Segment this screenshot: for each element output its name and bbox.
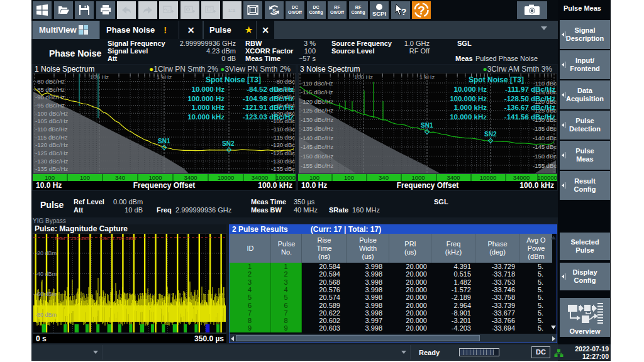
svg-text:Spot Noise [T3]: Spot Noise [T3] bbox=[469, 75, 524, 84]
svg-text:100.0 kHz: 100.0 kHz bbox=[519, 181, 554, 190]
svg-text:-136.67 dBc/Hz: -136.67 dBc/Hz bbox=[504, 104, 555, 111]
svg-text:-80 dBc: -80 dBc bbox=[274, 78, 295, 85]
svg-text:-140 dBc/Hz: -140 dBc/Hz bbox=[301, 134, 334, 141]
svg-text:10000: 10000 bbox=[218, 174, 234, 181]
svg-text:100: 100 bbox=[80, 174, 90, 181]
svg-text:Frequency Offset: Frequency Offset bbox=[133, 181, 196, 190]
svg-text:-104.98 dBc/Hz: -104.98 dBc/Hz bbox=[243, 95, 294, 102]
svg-text:340: 340 bbox=[115, 174, 125, 181]
svg-text:0 s: 0 s bbox=[36, 334, 47, 343]
svg-text:3400: 3400 bbox=[184, 174, 197, 181]
svg-text:100.0 kHz: 100.0 kHz bbox=[258, 181, 292, 190]
svg-text:1000: 1000 bbox=[411, 174, 425, 181]
svg-text:3400: 3400 bbox=[447, 174, 460, 181]
svg-text:100: 100 bbox=[45, 174, 55, 181]
svg-text:-145 dBc/Hz: -145 dBc/Hz bbox=[301, 143, 334, 150]
svg-text:-150 dBc: -150 dBc bbox=[533, 153, 557, 160]
svg-text:100 Hz: 100 Hz bbox=[354, 74, 373, 80]
svg-text:-125 dBc/Hz: -125 dBc/Hz bbox=[35, 150, 69, 156]
svg-text:S: S bbox=[272, 8, 275, 14]
svg-text:100000: 100000 bbox=[275, 174, 296, 181]
svg-text:-121.91 dBc/Hz: -121.91 dBc/Hz bbox=[243, 104, 294, 111]
svg-text:10.000 Hz: 10.000 Hz bbox=[454, 85, 487, 93]
svg-text:-141.56 dBc/Hz: -141.56 dBc/Hz bbox=[504, 113, 555, 121]
svg-text:1.000 kHz: 1.000 kHz bbox=[192, 104, 225, 111]
svg-text:1 kHz: 1 kHz bbox=[157, 74, 172, 80]
svg-text:-123.03 dBc/Hz: -123.03 dBc/Hz bbox=[243, 113, 294, 121]
svg-text:-60 dBm: -60 dBm bbox=[35, 291, 57, 297]
svg-text:-115 dBc/Hz: -115 dBc/Hz bbox=[35, 134, 68, 141]
svg-text:-150 dBc/Hz: -150 dBc/Hz bbox=[301, 153, 334, 160]
svg-text:-111.97 dBc/Hz: -111.97 dBc/Hz bbox=[505, 85, 555, 93]
svg-text:Det -4.760 dBm: Det -4.760 dBm bbox=[101, 236, 136, 241]
svg-text:-95 dBc/Hz: -95 dBc/Hz bbox=[35, 102, 65, 109]
svg-text:-155 dBc/Hz: -155 dBc/Hz bbox=[301, 162, 334, 169]
svg-text:-140 dBc: -140 dBc bbox=[533, 134, 557, 141]
svg-text:10.0 Hz: 10.0 Hz bbox=[36, 181, 62, 190]
svg-text:-135 dBc: -135 dBc bbox=[271, 165, 295, 172]
svg-text:-120 dBc: -120 dBc bbox=[271, 141, 295, 148]
svg-text:100 Hz: 100 Hz bbox=[90, 74, 109, 80]
svg-text:100000: 100000 bbox=[537, 174, 557, 181]
svg-text:-110 dBc/Hz: -110 dBc/Hz bbox=[301, 80, 333, 87]
svg-text:10000: 10000 bbox=[480, 174, 496, 181]
svg-text:-155 dBc: -155 dBc bbox=[533, 162, 557, 169]
svg-text:-135 dBc: -135 dBc bbox=[533, 125, 557, 132]
svg-text:1000: 1000 bbox=[148, 174, 162, 181]
svg-text:10.000 kHz: 10.000 kHz bbox=[187, 113, 225, 121]
svg-text:100.000 Hz: 100.000 Hz bbox=[450, 95, 487, 102]
svg-text:-110 dBc/Hz: -110 dBc/Hz bbox=[35, 126, 68, 133]
svg-text:-120 dBc/Hz: -120 dBc/Hz bbox=[301, 98, 334, 105]
svg-text:-115 dBc/Hz: -115 dBc/Hz bbox=[301, 89, 333, 96]
svg-text:Spot Noise [T3]: Spot Noise [T3] bbox=[206, 75, 261, 84]
svg-text:-130 dBc/Hz: -130 dBc/Hz bbox=[35, 158, 69, 165]
svg-text:34000: 34000 bbox=[252, 174, 268, 181]
svg-text:-40 dBm: -40 dBm bbox=[35, 271, 57, 277]
svg-text:340: 340 bbox=[379, 174, 389, 181]
svg-text:100: 100 bbox=[309, 174, 319, 181]
svg-text:?: ? bbox=[401, 7, 406, 17]
svg-text:SN2: SN2 bbox=[222, 140, 235, 147]
svg-text:-135 dBc/Hz: -135 dBc/Hz bbox=[35, 165, 69, 172]
svg-text:100: 100 bbox=[344, 174, 354, 181]
svg-text:100.000 Hz: 100.000 Hz bbox=[187, 95, 225, 102]
svg-text:TRef 1.230 dBm: TRef 1.230 dBm bbox=[54, 236, 91, 241]
svg-text:-120 dBc/Hz: -120 dBc/Hz bbox=[35, 141, 69, 148]
svg-text:-130 dBc: -130 dBc bbox=[271, 158, 295, 165]
svg-text:1.000 kHz: 1.000 kHz bbox=[454, 104, 487, 111]
svg-text:-84.52 dBc/Hz: -84.52 dBc/Hz bbox=[247, 85, 294, 93]
svg-text:-130 dBc/Hz: -130 dBc/Hz bbox=[301, 116, 334, 123]
svg-text:10.0 Hz: 10.0 Hz bbox=[301, 181, 327, 190]
svg-text:SN1: SN1 bbox=[421, 122, 433, 129]
svg-text:350.0 µs: 350.0 µs bbox=[194, 334, 224, 343]
svg-text:-80 dBm: -80 dBm bbox=[35, 312, 57, 318]
svg-text:SN2: SN2 bbox=[484, 131, 497, 138]
svg-text:-20 dBm: -20 dBm bbox=[35, 250, 57, 256]
svg-text:?: ? bbox=[418, 4, 425, 17]
svg-text:-105 dBc/Hz: -105 dBc/Hz bbox=[35, 118, 69, 124]
svg-text:-128.50 dBc/Hz: -128.50 dBc/Hz bbox=[504, 95, 555, 102]
svg-text:10.000 kHz: 10.000 kHz bbox=[450, 113, 487, 121]
svg-text:-85 dBc/Hz: -85 dBc/Hz bbox=[35, 86, 65, 93]
svg-text:1 kHz: 1 kHz bbox=[419, 74, 435, 80]
svg-text:34000: 34000 bbox=[513, 174, 530, 181]
svg-text:-110 dBc: -110 dBc bbox=[272, 126, 296, 133]
svg-text:Frequency Offset: Frequency Offset bbox=[397, 181, 459, 190]
svg-text:SCPI: SCPI bbox=[372, 10, 386, 17]
svg-text:-135 dBc/Hz: -135 dBc/Hz bbox=[301, 125, 334, 132]
svg-text:-100 dBc/Hz: -100 dBc/Hz bbox=[35, 110, 69, 117]
svg-text:-125 dBc/Hz: -125 dBc/Hz bbox=[301, 107, 334, 114]
svg-text:10.000 Hz: 10.000 Hz bbox=[192, 85, 225, 93]
svg-text:-115 dBc: -115 dBc bbox=[272, 134, 296, 141]
svg-text:-80 dBc/Hz: -80 dBc/Hz bbox=[35, 78, 65, 85]
svg-text:SN1: SN1 bbox=[158, 138, 170, 145]
